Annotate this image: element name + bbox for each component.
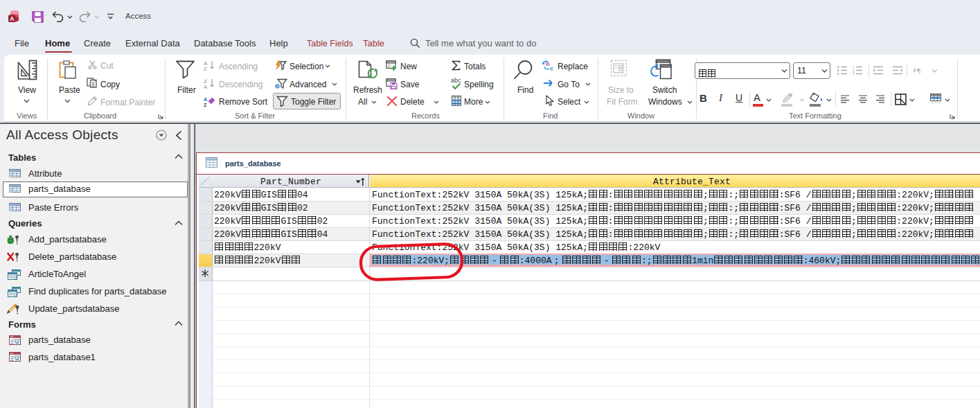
svg-text:abc: abc xyxy=(451,77,461,84)
svg-text:Z: Z xyxy=(204,66,207,71)
svg-text:3: 3 xyxy=(853,72,855,75)
svg-text:A: A xyxy=(204,84,208,89)
svg-text:¶: ¶ xyxy=(917,66,920,74)
svg-text:c: c xyxy=(550,65,553,71)
svg-text:Z: Z xyxy=(204,102,207,107)
svg-text:A: A xyxy=(10,15,14,22)
